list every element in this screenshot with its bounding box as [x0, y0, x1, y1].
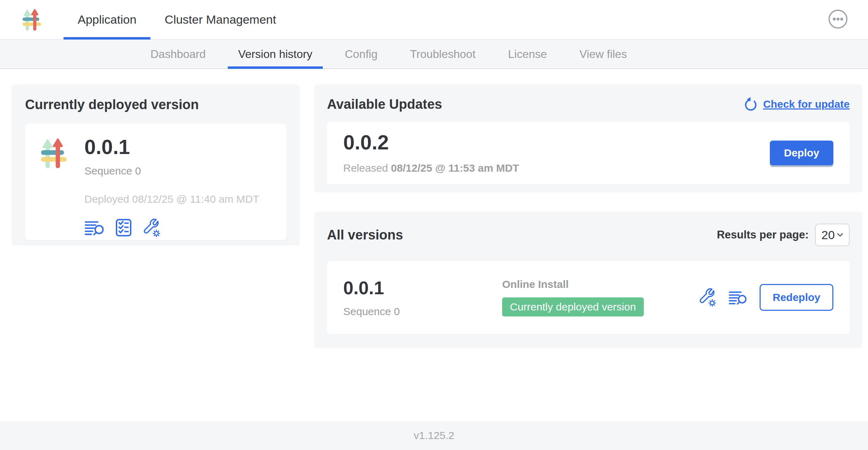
- row-actions: Redeploy: [698, 284, 833, 311]
- deployed-timestamp: Deployed 08/12/25 @ 11:40 am MDT: [84, 193, 259, 205]
- results-per-page: Results per page: 20: [717, 224, 850, 246]
- deploy-button[interactable]: Deploy: [770, 141, 833, 165]
- update-version-number: 0.0.2: [343, 132, 519, 153]
- update-released-line: Released 08/12/25 @ 11:53 am MDT: [343, 162, 519, 174]
- tab-cluster-management-label: Cluster Management: [165, 13, 276, 26]
- release-notes-diff-icon[interactable]: [84, 220, 105, 236]
- all-versions-title: All versions: [327, 227, 403, 243]
- app-subnav: Dashboard Version history Config Trouble…: [0, 40, 868, 69]
- check-for-update-label: Check for update: [763, 98, 850, 110]
- subnav-tab-config[interactable]: Config: [334, 40, 388, 69]
- subnav-tab-license[interactable]: License: [498, 40, 558, 69]
- tab-application-label: Application: [78, 13, 136, 26]
- app-logo-icon: [21, 8, 44, 31]
- subnav-tab-version-history[interactable]: Version history: [228, 40, 323, 69]
- redeploy-button[interactable]: Redeploy: [760, 284, 833, 311]
- app-logo-icon: [39, 138, 70, 169]
- available-update-row: 0.0.2 Released 08/12/25 @ 11:53 am MDT D…: [327, 122, 850, 184]
- row-install-info: Online Install Currently deployed versio…: [502, 278, 698, 316]
- row-version-number: 0.0.1: [343, 277, 502, 298]
- header-tabs: Application Cluster Management: [64, 0, 290, 39]
- active-subnav-underline: [228, 66, 323, 69]
- console-version: v1.125.2: [414, 430, 454, 442]
- results-per-page-select[interactable]: 20: [815, 224, 850, 246]
- currently-deployed-card: Currently deployed version 0.0.1 Sequenc…: [12, 84, 300, 245]
- config-wrench-gear-icon[interactable]: [698, 288, 717, 307]
- all-versions-card: All versions Results per page: 20 0.0.1 …: [314, 212, 862, 348]
- deployed-sequence: Sequence 0: [84, 165, 259, 177]
- currently-deployed-badge: Currently deployed version: [502, 297, 644, 316]
- version-row: 0.0.1 Sequence 0 Online Install Currentl…: [327, 261, 850, 334]
- kots-admin-console: Application Cluster Management Dashboard: [0, 0, 868, 450]
- results-per-page-value: 20: [821, 228, 835, 242]
- row-sequence: Sequence 0: [343, 306, 502, 318]
- ellipsis-menu-icon[interactable]: [828, 9, 848, 29]
- release-notes-diff-icon[interactable]: [729, 290, 748, 305]
- app-header: Application Cluster Management: [0, 0, 868, 40]
- available-updates-card: Available Updates Check for update 0.0.2…: [314, 84, 862, 193]
- released-prefix: Released: [343, 162, 388, 174]
- install-type-label: Online Install: [502, 278, 698, 290]
- deployed-card-title: Currently deployed version: [25, 97, 286, 112]
- subnav-tab-troubleshoot[interactable]: Troubleshoot: [399, 40, 486, 69]
- available-updates-title: Available Updates: [327, 97, 442, 112]
- update-info: 0.0.2 Released 08/12/25 @ 11:53 am MDT: [343, 132, 519, 174]
- deployed-actions: [84, 219, 259, 237]
- active-tab-underline: [64, 37, 150, 40]
- deployed-version-number: 0.0.1: [84, 136, 259, 158]
- row-version-info: 0.0.1 Sequence 0: [343, 277, 502, 318]
- tab-cluster-management[interactable]: Cluster Management: [150, 0, 290, 39]
- header-right: [828, 9, 848, 31]
- tab-application[interactable]: Application: [64, 0, 150, 39]
- check-for-update-link[interactable]: Check for update: [743, 96, 850, 112]
- preflight-checks-icon[interactable]: [115, 219, 132, 237]
- main-content: Currently deployed version 0.0.1 Sequenc…: [0, 69, 868, 421]
- deployed-version-panel: 0.0.1 Sequence 0 Deployed 08/12/25 @ 11:…: [25, 124, 286, 240]
- subnav-tab-view-files[interactable]: View files: [569, 40, 638, 69]
- chevron-down-icon: [837, 233, 843, 237]
- available-updates-header: Available Updates Check for update: [327, 96, 850, 112]
- config-wrench-gear-icon[interactable]: [142, 219, 161, 237]
- subnav-tab-dashboard[interactable]: Dashboard: [140, 40, 216, 69]
- results-per-page-label: Results per page:: [717, 229, 809, 241]
- deployed-version-info: 0.0.1 Sequence 0 Deployed 08/12/25 @ 11:…: [84, 136, 259, 227]
- refresh-icon: [743, 96, 758, 112]
- released-timestamp: 08/12/25 @ 11:53 am MDT: [391, 162, 519, 174]
- app-footer: v1.125.2: [0, 421, 868, 450]
- all-versions-header: All versions Results per page: 20: [327, 224, 850, 246]
